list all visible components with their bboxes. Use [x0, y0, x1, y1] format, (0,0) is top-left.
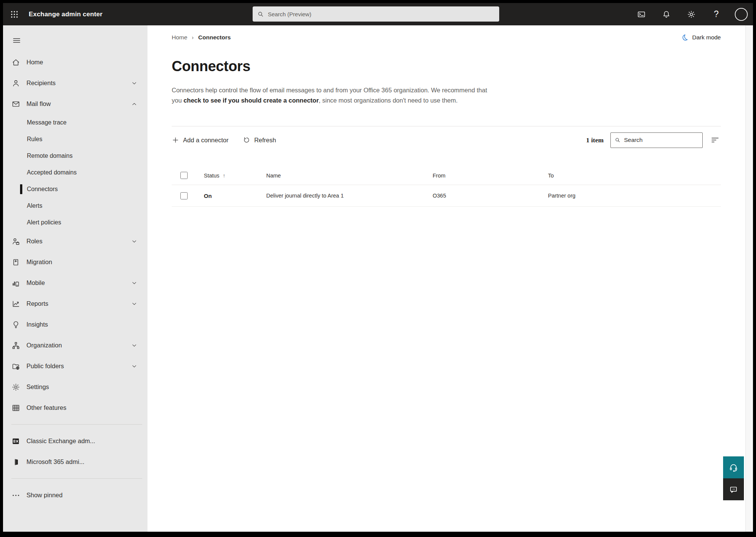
gear-icon [11, 383, 20, 392]
sidebar-item-label: Mobile [26, 279, 45, 286]
refresh-button[interactable]: Refresh [243, 136, 276, 144]
app-title: Exchange admin center [29, 11, 102, 18]
sidebar-item-home[interactable]: Home [3, 52, 147, 73]
sidebar-item-alert-policies[interactable]: Alert policies [3, 214, 147, 231]
sidebar-item-label: Organization [26, 342, 62, 349]
sidebar-item-reports[interactable]: Reports [3, 293, 147, 314]
sidebar-item-alerts[interactable]: Alerts [3, 198, 147, 214]
breadcrumb-home-link[interactable]: Home [172, 34, 187, 41]
create-connector-link[interactable]: check to see if you should create a conn… [183, 97, 319, 104]
person-icon [11, 79, 20, 88]
sidebar-item-label: Other features [26, 404, 66, 411]
sidebar-item-connectors[interactable]: Connectors [3, 181, 147, 198]
sidebar-item-accepted-domains[interactable]: Accepted domains [3, 164, 147, 181]
terminal-icon [637, 10, 646, 19]
sidebar-item-show-pinned[interactable]: Show pinned [3, 485, 147, 506]
cloud-shell-button[interactable] [633, 6, 649, 22]
sidebar-item-label: Insights [26, 321, 48, 328]
filter-button[interactable] [709, 134, 721, 146]
sidebar-item-remote-domains[interactable]: Remote domains [3, 148, 147, 164]
select-all-checkbox[interactable] [180, 172, 188, 179]
chevron-down-icon [131, 280, 138, 286]
sidebar-item-label: Remote domains [27, 153, 73, 159]
feedback-button[interactable] [723, 478, 744, 500]
global-search[interactable] [253, 6, 499, 22]
gear-icon [687, 10, 696, 19]
sidebar-item-mobile[interactable]: Mobile [3, 272, 147, 293]
support-button[interactable] [723, 456, 744, 478]
chevron-down-icon [131, 363, 138, 370]
sidebar-item-label: Mail flow [26, 100, 51, 107]
list-toolbar: Add a connector Refresh 1 item [172, 126, 721, 154]
sidebar-item-rules[interactable]: Rules [3, 131, 147, 148]
sort-ascending-icon: ↑ [223, 173, 225, 179]
dark-mode-icon [680, 33, 689, 42]
list-search-input[interactable] [624, 137, 699, 143]
sidebar-item-label: Classic Exchange adm... [26, 437, 95, 445]
cell-name[interactable]: Deliver journal directly to Area 1 [266, 193, 433, 199]
cell-from: O365 [433, 193, 548, 199]
sidebar-item-other-features[interactable]: Other features [3, 397, 147, 418]
floating-actions [723, 456, 744, 500]
feedback-icon [729, 485, 738, 494]
sidebar-item-label: Roles [26, 238, 42, 245]
settings-button[interactable] [683, 6, 699, 22]
office-logo-icon [11, 458, 20, 467]
left-navigation: HomeRecipientsMail flowMessage traceRule… [3, 25, 147, 532]
notifications-button[interactable] [658, 6, 674, 22]
row-checkbox[interactable] [180, 192, 188, 199]
column-header-to[interactable]: To [548, 173, 721, 179]
mobile-icon [11, 279, 20, 288]
help-button[interactable]: ? [708, 6, 724, 22]
migration-icon [11, 258, 20, 267]
sidebar-item-roles[interactable]: Roles [3, 231, 147, 252]
dark-mode-toggle[interactable]: Dark mode [680, 33, 721, 42]
sidebar-item-classic-exchange-adm[interactable]: Classic Exchange adm... [3, 431, 147, 451]
sidebar-item-label: Reports [26, 300, 48, 307]
cell-to: Partner org [548, 193, 721, 199]
sidebar-item-label: Settings [26, 383, 49, 391]
sidebar-item-label: Rules [27, 136, 42, 143]
nav-collapse-button[interactable] [8, 33, 25, 48]
sidebar-item-migration[interactable]: Migration [3, 252, 147, 272]
app-launcher-icon [10, 10, 19, 19]
scrollbar-track[interactable] [745, 25, 753, 532]
sidebar-item-message-trace[interactable]: Message trace [3, 114, 147, 131]
organization-icon [11, 341, 20, 350]
chevron-down-icon [131, 342, 138, 349]
sidebar-item-public-folders[interactable]: Public folders [3, 356, 147, 377]
sidebar-item-label: Microsoft 365 admi... [26, 458, 84, 465]
sidebar-divider [11, 424, 142, 425]
refresh-icon [243, 136, 250, 144]
sidebar-item-settings[interactable]: Settings [3, 377, 147, 397]
search-icon [257, 11, 264, 18]
add-icon [172, 136, 179, 144]
sidebar-item-microsoft-365-admi[interactable]: Microsoft 365 admi... [3, 451, 147, 472]
avatar-icon [734, 7, 748, 22]
column-header-status[interactable]: Status ↑ [204, 173, 266, 179]
main-panel: Home › Connectors Dark mode Connectors C… [147, 25, 753, 532]
chevron-down-icon [131, 238, 138, 245]
sidebar-item-label: Recipients [26, 79, 56, 87]
sidebar-item-mail-flow[interactable]: Mail flow [3, 93, 147, 114]
column-header-from[interactable]: From [433, 173, 548, 179]
ellipsis-icon [11, 491, 20, 500]
cell-status: On [204, 193, 266, 199]
grid-icon [11, 403, 20, 412]
app-launcher-button[interactable] [5, 5, 23, 23]
account-avatar[interactable] [733, 6, 749, 22]
notifications-icon [662, 10, 671, 19]
add-connector-button[interactable]: Add a connector [172, 136, 228, 144]
global-search-input[interactable] [268, 11, 495, 17]
breadcrumb-separator-icon: › [192, 34, 194, 40]
table-row[interactable]: OnDeliver journal directly to Area 1O365… [172, 185, 721, 207]
public-folders-icon [11, 362, 20, 371]
list-search[interactable] [610, 132, 703, 148]
search-icon [615, 137, 621, 143]
sidebar-item-recipients[interactable]: Recipients [3, 73, 147, 93]
sidebar-item-insights[interactable]: Insights [3, 314, 147, 335]
sidebar-item-organization[interactable]: Organization [3, 335, 147, 356]
column-header-name[interactable]: Name [266, 173, 433, 179]
sidebar-item-label: Message trace [27, 119, 67, 126]
mail-icon [11, 100, 20, 109]
